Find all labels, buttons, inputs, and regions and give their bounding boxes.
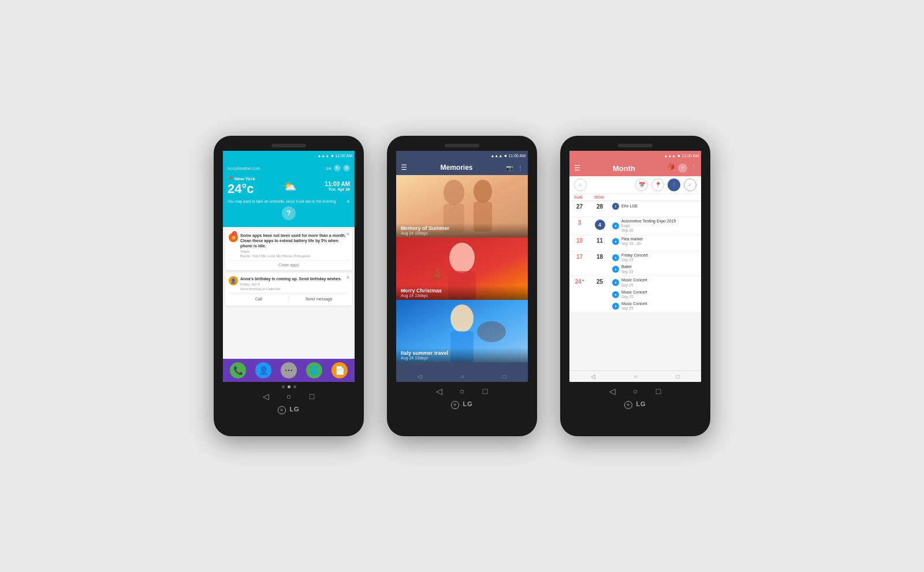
home-btn-2[interactable]: ○ (456, 385, 468, 397)
event-text-auto: Automotive Testing Expo 2015 Expo Sep 18 (621, 219, 676, 233)
back-btn-3[interactable]: ◁ (606, 385, 618, 397)
cal-row-5: 24 ● 25 ● Music Concert Sep 25 ● (569, 276, 701, 313)
back-button-1[interactable]: ◁ (260, 391, 271, 402)
notif-title-2: Anna's birthday is coming up. Send birth… (240, 276, 349, 281)
memory-summer-label: Memory of Summer (401, 225, 523, 231)
event-name-music-1: Music Concert (621, 278, 647, 283)
cal-location-icon[interactable]: 📍 (651, 179, 664, 191)
time-display-2: 11:00 AM (508, 154, 526, 158)
cal-events-3: ● Flea market Sep 19 - 20 (610, 235, 701, 251)
cal-event-music-1[interactable]: ● Music Concert Sep 25 (612, 277, 699, 288)
cal-check-icon[interactable]: ✓ (684, 179, 696, 191)
camera-icon[interactable]: 📷 (506, 165, 513, 171)
memory-summer[interactable]: Memory of Summer Aug 24 13days (396, 175, 528, 237)
calendar-grid-header: SUN MON (569, 194, 701, 201)
memories-menu-icon[interactable]: ☰ (401, 164, 407, 172)
dock-contacts[interactable]: 👤 (255, 362, 271, 378)
home-button-3[interactable]: ○ (634, 373, 638, 380)
back-btn-2[interactable]: ◁ (433, 385, 445, 397)
lg-circle-3: ® (624, 401, 632, 409)
lg-circle-2: ® (451, 401, 459, 409)
cal-event-music-3[interactable]: ● Music Concert Sep 25 (612, 301, 699, 311)
event-date-music-2: Sep 25 (621, 295, 647, 299)
cal-more-icon[interactable]: ⋮ (691, 164, 696, 173)
phone-3: ▲▲▲ ■ 11:00 AM ☰ Month 🎒 7 ⋮ ○ 📅 📍 (560, 136, 710, 436)
clean-apps-button[interactable]: Clean apps (229, 260, 349, 267)
header-sun: SUN (574, 195, 594, 199)
settings-icon[interactable]: ⚙ (343, 165, 350, 172)
day-24-num: 24 (575, 278, 582, 285)
call-button[interactable]: Call (229, 296, 289, 302)
event-name-auto: Automotive Testing Expo 2015 (621, 219, 676, 224)
event-name-friday: Friday Concert (621, 253, 648, 258)
cal-menu-icon[interactable]: ☰ (574, 164, 580, 172)
dock-browser[interactable]: 🌐 (306, 362, 322, 378)
cal-event-flea[interactable]: ● Flea market Sep 19 - 20 (612, 236, 699, 247)
recents-btn-3[interactable]: □ (653, 385, 664, 397)
weather-time-val: 11:00 AM (325, 181, 350, 187)
home-button-2[interactable]: ○ (461, 373, 464, 380)
back-button-3[interactable]: ◁ (591, 373, 595, 380)
cal-day-27: 27 (569, 201, 590, 217)
recents-button-2[interactable]: □ (503, 373, 506, 380)
notif-apps: 4apps (240, 250, 349, 253)
time-display: 11:00 AM (335, 154, 352, 158)
lg-logo-3: ® LG (624, 400, 646, 409)
cal-event-music-2[interactable]: ● Music Concert Sep 25 (612, 289, 699, 300)
memory-christmas-label: Merry Christmas (401, 288, 523, 294)
svg-point-3 (474, 180, 492, 203)
recents-btn-2[interactable]: □ (479, 385, 491, 397)
notif-content-2: Anna's birthday is coming up. Send birth… (240, 276, 349, 291)
memory-italy-date: Aug 24 13days (401, 356, 523, 360)
question-circle[interactable]: ? (282, 206, 296, 220)
close-icon-2[interactable]: ✕ (346, 275, 350, 280)
dock-phone[interactable]: 📞 (230, 362, 246, 378)
notif-icon-1: ! ⚙ (229, 233, 238, 242)
cal-row-1: 27 28 f Erin LGE (569, 201, 701, 217)
event-text-friday: Friday Concert Sep 23 (621, 253, 648, 262)
calendar-title: Month (613, 164, 635, 173)
cal-calendar-icon[interactable]: 📅 (635, 179, 648, 191)
event-dot-erin: f (612, 203, 619, 210)
recents-button-3[interactable]: □ (676, 373, 680, 380)
cal-num-icon[interactable]: 7 (678, 164, 687, 173)
lg-logo-1: ® LG (278, 406, 299, 414)
event-name-ballet: Ballet (621, 265, 634, 269)
send-message-button[interactable]: Send message (289, 296, 349, 302)
close-icon-1[interactable]: ✕ (346, 232, 350, 237)
cal-day-4: 4 (590, 217, 610, 235)
time-display-3: 11:00 AM (681, 154, 699, 158)
cal-event-ballet[interactable]: ● Ballet Sep 23 (612, 264, 699, 274)
memory-italy[interactable]: Italy summer travel Aug 24 13days (396, 300, 528, 362)
event-date-auto: Sep 18 (621, 228, 676, 233)
back-button-2[interactable]: ◁ (418, 373, 422, 380)
memory-christmas[interactable]: 🎄 Merry Christmas Aug 24 13days (396, 237, 528, 300)
cal-bag-icon[interactable]: 🎒 (668, 164, 675, 173)
dock-notes[interactable]: 📄 (331, 362, 348, 378)
cal-event-erin[interactable]: f Erin LGE (612, 202, 699, 210)
phone-bottom-2: ◁ ○ □ ® LG (392, 385, 532, 409)
phone-1: ▲▲▲ ■ 11:00 AM AccuWeather.com 1/4 ↻ ⚙ (214, 136, 364, 436)
cal-event-friday[interactable]: ● Friday Concert Sep 23 (612, 252, 699, 263)
event-text-ballet: Ballet Sep 23 (621, 265, 634, 274)
dock-apps[interactable]: ⋯ (281, 362, 297, 378)
notif-actions: Call Send message (229, 293, 349, 302)
phone-bottom-1: ◁ ○ □ ® LG (218, 385, 359, 414)
cal-facebook-icon[interactable]: f (668, 179, 680, 191)
expand-arrow[interactable]: ∧ (346, 199, 350, 204)
cal-day-18: 18 (590, 251, 610, 276)
nav-buttons-1: ◁ ○ □ (260, 391, 318, 402)
notif-content-1: Some apps have not been used for more th… (240, 233, 349, 258)
cal-event-auto[interactable]: ● Automotive Testing Expo 2015 Expo Sep … (612, 218, 699, 233)
home-btn-3[interactable]: ○ (629, 385, 641, 397)
home-button-1[interactable]: ○ (283, 391, 295, 402)
event-dot-music-3: ● (612, 303, 619, 310)
cal-clock-icon[interactable]: ○ (574, 179, 587, 191)
refresh-icon[interactable]: ↻ (334, 165, 341, 172)
recents-button-1[interactable]: □ (306, 391, 318, 402)
event-dot-ballet: ● (612, 266, 619, 273)
notif-title-1: Some apps have not been used for more th… (240, 233, 349, 248)
cal-day-3: 3 (569, 217, 590, 235)
more-icon[interactable]: ⋮ (517, 165, 523, 171)
weather-location: 📍 New York (228, 176, 255, 181)
